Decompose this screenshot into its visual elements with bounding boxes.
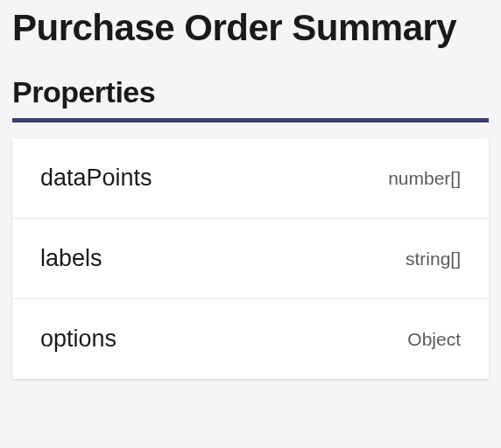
property-row[interactable]: labels string[] (12, 219, 489, 299)
page-title: Purchase Order Summary (12, 0, 489, 75)
property-row[interactable]: dataPoints number[] (12, 138, 489, 219)
section-divider (12, 118, 489, 122)
property-type: string[] (406, 248, 461, 270)
property-list: dataPoints number[] labels string[] opti… (12, 138, 489, 379)
property-row[interactable]: options Object (12, 299, 489, 379)
property-name: options (40, 326, 116, 353)
property-type: Object (407, 329, 461, 350)
property-type: number[] (388, 168, 461, 189)
spacer (12, 379, 489, 448)
property-name: dataPoints (40, 164, 152, 192)
scroll-container[interactable]: Purchase Order Summary Properties dataPo… (0, 0, 501, 448)
property-name: labels (40, 245, 102, 272)
section-title: Properties (12, 75, 489, 118)
